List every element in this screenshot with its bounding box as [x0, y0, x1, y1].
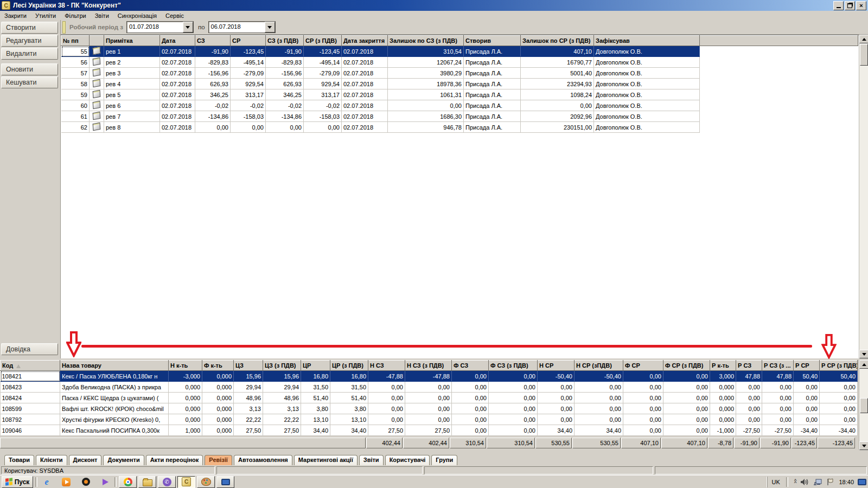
scrollbar-thumb[interactable]	[860, 44, 868, 66]
cell[interactable]: -0,02	[231, 100, 266, 111]
cell[interactable]: 02.07.2018	[342, 111, 388, 122]
cell[interactable]: рев 8	[104, 122, 160, 133]
cell[interactable]: 02.07.2018	[160, 68, 195, 79]
cell[interactable]: 47,88	[762, 371, 794, 382]
tab-Маркетингові акції[interactable]: Маркетингові акції	[294, 455, 358, 465]
cell[interactable]: 0,000	[202, 371, 234, 382]
column-header-Ф СЗ (з ПДВ)[interactable]: Ф СЗ (з ПДВ)	[489, 361, 538, 371]
cell[interactable]: 23294,93	[521, 79, 594, 89]
cell[interactable]: 0,00	[231, 122, 266, 133]
cell[interactable]: 108423	[1, 382, 60, 393]
cell[interactable]: -156,96	[266, 68, 304, 79]
table-row[interactable]: 56рев 202.07.2018-829,83-495,14-829,83-4…	[61, 57, 858, 68]
cell[interactable]: 02.07.2018	[342, 100, 388, 111]
network-icon[interactable]	[813, 478, 822, 486]
tab-Ревізії[interactable]: Ревізії	[205, 455, 232, 465]
cell[interactable]: -495,14	[304, 57, 342, 68]
cell[interactable]: 51,40	[330, 393, 368, 403]
scrollbar-thumb[interactable]	[860, 398, 868, 413]
cell[interactable]: -156,96	[195, 68, 231, 79]
cell[interactable]: -0,02	[304, 100, 342, 111]
tab-Дисконт[interactable]: Дисконт	[69, 455, 102, 465]
cell[interactable]: 02.07.2018	[342, 79, 388, 89]
table-row[interactable]: 108421Кекс / Паска УЛЮБЛЕНА 0,180кг н-3,…	[1, 371, 858, 382]
cell[interactable]: 346,25	[266, 89, 304, 100]
cell[interactable]: 0,00	[405, 403, 452, 414]
cell[interactable]: 0,00	[663, 382, 710, 393]
cell[interactable]: 02.07.2018	[160, 57, 195, 68]
volume-icon[interactable]	[800, 478, 809, 486]
cell[interactable]: 929,54	[231, 79, 266, 89]
cell[interactable]: 626,93	[195, 79, 231, 89]
cell[interactable]	[90, 89, 104, 100]
cell[interactable]: 0,00	[736, 393, 762, 403]
cell[interactable]: Довгополюк О.В.	[594, 68, 700, 79]
chevron-down-icon[interactable]	[183, 22, 193, 33]
cell[interactable]: 0,00	[405, 382, 452, 393]
cell[interactable]: -91,90	[266, 46, 304, 57]
cell[interactable]: -3,000	[169, 371, 202, 382]
cell[interactable]: 0,00	[623, 371, 663, 382]
tab-Користувачі[interactable]: Користувачі	[385, 455, 430, 465]
cell[interactable]	[90, 100, 104, 111]
cell[interactable]: 109046	[1, 425, 60, 436]
task-button-konkurent-icon[interactable]: C	[177, 476, 195, 488]
table-row[interactable]: 57рев 302.07.2018-156,96-279,09-156,96-2…	[61, 68, 858, 79]
cell[interactable]: 0,00	[521, 100, 594, 111]
cell[interactable]: 12067,24	[388, 57, 464, 68]
cell[interactable]: рев 5	[104, 89, 160, 100]
table-row[interactable]: 59рев 502.07.2018346,25313,17346,25313,1…	[61, 89, 858, 100]
cell[interactable]: 59	[61, 89, 90, 100]
cell[interactable]: 56	[61, 57, 90, 68]
table-row[interactable]: 108423Здоба Великодна (ПАСКА) з прикра0,…	[1, 382, 858, 393]
cell[interactable]: 34,40	[575, 425, 623, 436]
cell[interactable]: 0,000	[169, 403, 202, 414]
task-button-display-icon[interactable]	[216, 476, 234, 488]
cell[interactable]: 0,00	[405, 414, 452, 425]
cell[interactable]: рев 1	[104, 46, 160, 57]
cell[interactable]: 57	[61, 68, 90, 79]
task-button-viber-icon[interactable]: ✆	[158, 476, 176, 488]
cell[interactable]: 27,50	[405, 425, 452, 436]
cell[interactable]: 02.07.2018	[160, 100, 195, 111]
column-header-Створив[interactable]: Створив	[464, 36, 521, 46]
column-header-Назва товару[interactable]: Назва товару	[60, 361, 169, 371]
cell[interactable]: 0,00	[538, 382, 575, 393]
cell[interactable]: 0,00	[489, 393, 538, 403]
cell[interactable]: -1,000	[710, 425, 736, 436]
table-row[interactable]: 108424Паска / КЕКС Щедра (з цукатами) (0…	[1, 393, 858, 403]
menu-item-Сервіс[interactable]: Сервіс	[161, 12, 188, 20]
cell[interactable]: 0,00	[195, 122, 231, 133]
column-header-Ф к-ть[interactable]: Ф к-ть	[202, 361, 234, 371]
cell[interactable]: -829,83	[266, 57, 304, 68]
tab-Документи[interactable]: Документи	[103, 455, 144, 465]
cell[interactable]: Довгополюк О.В.	[594, 79, 700, 89]
cell[interactable]: 0,00	[266, 122, 304, 133]
cell[interactable]: 946,78	[388, 122, 464, 133]
cell[interactable]: 3,000	[710, 371, 736, 382]
cell[interactable]: 2092,96	[521, 111, 594, 122]
cell[interactable]: 0,00	[762, 414, 794, 425]
column-header-Н СР[interactable]: Н СР	[538, 361, 575, 371]
cell[interactable]: -158,03	[231, 111, 266, 122]
tab-Автозамовлення[interactable]: Автозамовлення	[234, 455, 292, 465]
cell[interactable]: 346,25	[195, 89, 231, 100]
column-header-Р СР (з ПДВ)[interactable]: Р СР (з ПДВ)	[820, 361, 858, 371]
cell[interactable]: 27,50	[234, 425, 263, 436]
column-header-Р СЗ (з ...[interactable]: Р СЗ (з ...	[762, 361, 794, 371]
sidebar-button-Кешувати[interactable]: Кешувати	[1, 76, 58, 88]
cell[interactable]: 1686,30	[388, 111, 464, 122]
cell[interactable]: 27,50	[263, 425, 301, 436]
cell[interactable]: 0,00	[368, 393, 405, 403]
cell[interactable]: 0,00	[663, 393, 710, 403]
cell[interactable]: -134,86	[266, 111, 304, 122]
table-row[interactable]: 62рев 802.07.20180,000,000,000,0002.07.2…	[61, 122, 858, 133]
cell[interactable]: 0,00	[452, 414, 489, 425]
column-header-СЗ (з ПДВ)[interactable]: СЗ (з ПДВ)	[266, 36, 304, 46]
cell[interactable]: Довгополюк О.В.	[594, 46, 700, 57]
cell[interactable]: 3,13	[263, 403, 301, 414]
column-header-Н СЗ[interactable]: Н СЗ	[368, 361, 405, 371]
cell[interactable]	[90, 46, 104, 57]
cell[interactable]: 0,00	[575, 382, 623, 393]
column-header-Р СЗ[interactable]: Р СЗ	[736, 361, 762, 371]
